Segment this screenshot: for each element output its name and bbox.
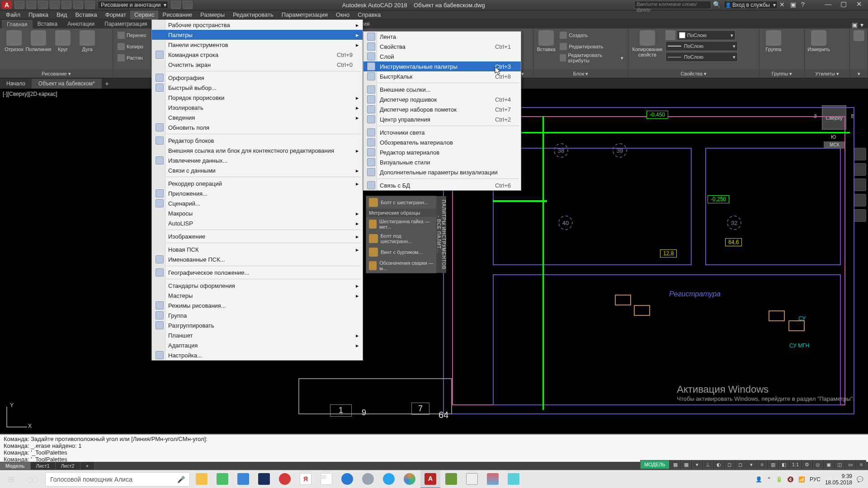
app-skype[interactable] [379,470,399,488]
workspace-dropdown[interactable]: Рисование и аннотации [98,1,168,9]
color-dropdown[interactable]: ПоСлою [677,30,736,40]
menu-item[interactable]: AutoLISP▸ [152,218,363,228]
tray-battery-icon[interactable]: 🔋 [776,476,783,483]
qat-more-icon[interactable] [183,1,193,9]
menu-item[interactable]: Адаптация▸ [152,340,363,350]
status-polar-icon[interactable]: ◐ [714,460,724,469]
btn-stretch[interactable]: Растян [116,53,148,63]
btn-group[interactable]: Группа [762,30,785,52]
menu-file[interactable]: Файл [2,10,24,19]
menu-item[interactable]: Мастеры▸ [152,291,363,300]
menu-item[interactable]: Географическое положение... [152,267,363,277]
app-edge[interactable] [337,470,357,488]
color-picker-icon[interactable] [665,30,675,40]
help-icon[interactable]: ? [801,1,810,9]
menu-draw[interactable]: Рисование [158,10,196,19]
maximize-button[interactable]: ▢ [836,1,851,9]
tool-palette[interactable]: ПАЛИТРЫ ИНСТРУМЕНТОВ - ВСЕ ПАЛИТ... Болт… [366,196,437,273]
status-iso-icon[interactable]: ◫ [835,460,844,469]
layout-tab-1[interactable]: Лист1 [31,462,56,469]
menu-item[interactable]: Палитры▸ [152,30,363,40]
menu-item[interactable]: Очистить экранCtrl+0 [152,60,363,70]
menu-item[interactable]: Изображение▸ [152,231,363,241]
status-dynamic-icon[interactable]: ▾ [746,460,756,469]
ribbon-dropdown-icon[interactable]: ▾ [860,21,863,28]
menu-item[interactable]: Рекордер операций▸ [152,178,363,188]
menu-parametric[interactable]: Параметризация [278,10,332,19]
tray-wifi-icon[interactable]: 📶 [798,476,805,483]
btn-create-block[interactable]: Создать [558,30,625,40]
menu-item[interactable]: Диспетчер подшивокCtrl+4 [363,94,521,104]
menu-item[interactable]: Визуальные стили [363,157,521,167]
status-osnap-icon[interactable]: ◻ [725,460,735,469]
app-store[interactable] [233,470,253,488]
group-edit-icon[interactable] [787,30,797,40]
task-view-button[interactable]: ▢▢ [22,470,43,488]
tp-category[interactable]: Метрические образцы [366,209,436,217]
tray-up-icon[interactable]: ⌃ [767,476,771,483]
exchange-icon[interactable]: ✕ [779,1,788,9]
a360-icon[interactable]: ▣ [790,1,799,9]
help-search-input[interactable]: Введите ключевое слово/фразу [634,1,711,9]
menu-item[interactable]: Извлечение данных... [152,155,363,165]
menu-view[interactable]: Вид [52,10,71,19]
tp-item-bolt-hex[interactable]: Болт с шестигранн... [366,196,436,209]
app-green[interactable] [441,470,461,488]
ungroup-icon[interactable] [787,42,797,52]
ribbon-tab-insert[interactable]: Вставка [33,19,63,28]
menu-item[interactable]: Панели инструментов▸ [152,40,363,50]
status-ortho-icon[interactable]: ⊥ [703,460,713,469]
doc-tab-start[interactable]: Начало [0,79,32,89]
menu-item[interactable]: Стандарты оформления▸ [152,281,363,291]
menu-item[interactable]: Диспетчер наборов пометокCtrl+7 [363,104,521,114]
qat-redo-icon[interactable] [85,1,95,9]
btn-clipboard[interactable] [853,30,865,41]
menu-item[interactable]: Рабочие пространства▸ [152,20,363,30]
menu-item[interactable]: Изолировать▸ [152,103,363,113]
btn-edit-block[interactable]: Редактировать [558,42,625,52]
tray-clock[interactable]: 9:39 18.05.2018 [825,473,852,486]
menu-item[interactable]: Сценарий... [152,198,363,208]
tp-item-bolt2[interactable]: Болт под шестигранн... [366,231,436,246]
btn-arc[interactable]: Дуга [76,30,99,52]
qat-plot-icon[interactable] [61,1,71,9]
menu-item[interactable]: СвойстваCtrl+1 [363,42,521,52]
status-snap-icon[interactable]: ▦ [681,460,691,469]
tp-item-screw[interactable]: Винт с буртиком... [366,246,436,258]
menu-item[interactable]: Командная строкаCtrl+9 [152,50,363,60]
layout-tab-model[interactable]: Модель [0,462,31,469]
status-model-button[interactable]: МОДЕЛЬ [640,460,670,469]
menu-item[interactable]: Разгруппировать [152,320,363,330]
app-chrome[interactable] [400,470,420,488]
qat-undo-icon[interactable] [73,1,83,9]
app-browser[interactable] [212,470,232,488]
menu-edit[interactable]: Правка [24,10,52,19]
app-autocad[interactable]: A [420,470,440,488]
menu-item[interactable]: Приложения... [152,188,363,198]
qat-open-icon[interactable] [26,1,36,9]
status-3dosnap-icon[interactable]: ◻ [736,460,745,469]
login-dropdown[interactable]: Вход в службы [724,1,778,9]
btn-edit-attr[interactable]: Редактировать атрибуты ▾ [558,53,625,63]
menu-item[interactable]: Обновить поля [152,122,363,132]
menu-item[interactable]: Связи с данными▸ [152,165,363,175]
lineweight-dropdown[interactable]: ПоСлою [665,41,738,51]
menu-item[interactable]: Источники света [363,127,521,137]
doc-tab-active[interactable]: Объект на бабевском* [32,79,102,89]
menu-item[interactable]: Лента [363,32,521,42]
menu-item[interactable]: Орфография [152,73,363,83]
status-grid-icon[interactable]: ▦ [670,460,680,469]
panel-props-title[interactable]: Свойства [628,70,759,78]
menu-window[interactable]: Окно [332,10,354,19]
app-logo[interactable]: A [2,1,12,9]
tray-lang[interactable]: РУС [810,476,821,483]
status-zoom-icon[interactable]: ◎ [813,460,823,469]
menu-item[interactable]: Редактор блоков [152,136,363,145]
layout-tab-2[interactable]: Лист2 [56,462,80,469]
menu-item[interactable]: Планшет▸ [152,330,363,340]
qat-new-icon[interactable] [14,1,24,9]
menu-item[interactable]: Порядок прорисовки▸ [152,93,363,103]
app-notepad[interactable] [462,470,482,488]
app-misc1[interactable] [483,470,503,488]
start-button[interactable]: ⊞ [0,470,22,488]
